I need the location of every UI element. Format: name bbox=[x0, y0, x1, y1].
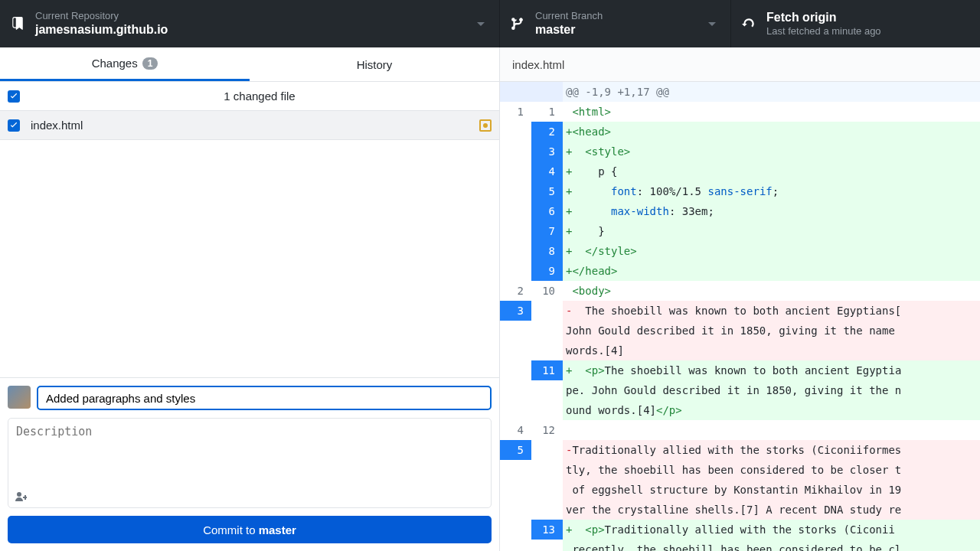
diff-line[interactable]: 5+ font: 100%/1.5 sans-serif; bbox=[500, 181, 980, 201]
diff-line-content: pe. John Gould described it in 1850, giv… bbox=[563, 380, 980, 400]
select-all-checkbox[interactable] bbox=[8, 90, 20, 103]
new-line-number bbox=[531, 400, 563, 420]
old-line-number bbox=[500, 241, 531, 261]
diff-line[interactable]: 13+ <p>Traditionally allied with the sto… bbox=[500, 520, 980, 540]
diff-line-content: +</head> bbox=[563, 261, 980, 281]
old-line-number bbox=[500, 181, 531, 201]
new-line-number: 13 bbox=[531, 520, 563, 540]
diff-line-content: +<head> bbox=[563, 122, 980, 142]
old-line-number: 2 bbox=[500, 281, 531, 301]
file-checkbox[interactable] bbox=[8, 119, 20, 132]
diff-line-content bbox=[563, 420, 980, 440]
description-input[interactable] bbox=[8, 419, 491, 489]
add-coauthor-icon[interactable] bbox=[15, 491, 27, 503]
tab-changes[interactable]: Changes 1 bbox=[0, 47, 250, 81]
new-line-number bbox=[531, 460, 563, 480]
commit-button[interactable]: Commit to master bbox=[8, 516, 492, 543]
diff-line[interactable]: 5-Traditionally allied with the storks (… bbox=[500, 440, 980, 460]
diff-line[interactable]: 11 <html> bbox=[500, 102, 980, 122]
changes-count-badge: 1 bbox=[142, 57, 158, 70]
sync-icon bbox=[742, 17, 756, 31]
fetch-sub: Last fetched a minute ago bbox=[766, 25, 881, 37]
diff-line-content: recently, the shoebill has been consider… bbox=[563, 540, 980, 551]
diff-line-content: - The shoebill was known to both ancient… bbox=[563, 301, 980, 321]
summary-input[interactable] bbox=[37, 386, 492, 410]
diff-line[interactable]: words.[4] bbox=[500, 341, 980, 360]
fetch-button[interactable]: Fetch origin Last fetched a minute ago bbox=[731, 0, 980, 47]
diff-line[interactable]: ver the crystalline shells.[7] A recent … bbox=[500, 500, 980, 520]
file-row[interactable]: index.html bbox=[0, 111, 499, 140]
repo-name: jamesnasium.github.io bbox=[35, 22, 168, 37]
diff-line-content: @@ -1,9 +1,17 @@ bbox=[563, 82, 980, 102]
diff-line[interactable]: of eggshell structure by Konstantin Mikh… bbox=[500, 480, 980, 500]
new-line-number: 9 bbox=[531, 261, 563, 281]
old-line-number: 4 bbox=[500, 420, 531, 440]
diff-line-content: + p { bbox=[563, 161, 980, 181]
diff-line[interactable]: 3+ <style> bbox=[500, 142, 980, 161]
new-line-number: 2 bbox=[531, 122, 563, 142]
old-line-number bbox=[500, 341, 531, 360]
topbar: Current Repository jamesnasium.github.io… bbox=[0, 0, 980, 47]
diff-line-content: + } bbox=[563, 221, 980, 241]
old-line-number bbox=[500, 480, 531, 500]
new-line-number: 10 bbox=[531, 281, 563, 301]
diff-line[interactable]: 6+ max-width: 33em; bbox=[500, 201, 980, 221]
changes-header: 1 changed file bbox=[0, 82, 499, 111]
diff-line[interactable]: @@ -1,9 +1,17 @@ bbox=[500, 82, 980, 102]
left-panel: Changes 1 History 1 changed file index.h… bbox=[0, 47, 500, 551]
tab-history[interactable]: History bbox=[250, 47, 499, 81]
diff-line-content: ver the crystalline shells.[7] A recent … bbox=[563, 500, 980, 520]
old-line-number bbox=[500, 380, 531, 400]
repo-icon bbox=[11, 17, 24, 31]
diff-line-content: + max-width: 33em; bbox=[563, 201, 980, 221]
diff-line[interactable]: pe. John Gould described it in 1850, giv… bbox=[500, 380, 980, 400]
diff-line-content: <html> bbox=[563, 102, 980, 122]
new-line-number bbox=[531, 440, 563, 460]
diff-line[interactable]: ound words.[4]</p> bbox=[500, 400, 980, 420]
new-line-number: 4 bbox=[531, 161, 563, 181]
branch-icon bbox=[511, 17, 524, 31]
diff-view[interactable]: @@ -1,9 +1,17 @@11 <html>2+<head>3+ <sty… bbox=[500, 82, 980, 551]
old-line-number bbox=[500, 82, 531, 102]
branch-selector[interactable]: Current Branch master bbox=[500, 0, 731, 47]
new-line-number: 12 bbox=[531, 420, 563, 440]
diff-line[interactable]: 2+<head> bbox=[500, 122, 980, 142]
branch-label: Current Branch bbox=[535, 10, 603, 22]
diff-line[interactable]: John Gould described it in 1850, giving … bbox=[500, 321, 980, 341]
old-line-number bbox=[500, 261, 531, 281]
commit-form: Commit to master bbox=[0, 377, 499, 551]
diff-line[interactable]: 4+ p { bbox=[500, 161, 980, 181]
diff-file-tab: index.html bbox=[500, 47, 980, 82]
diff-line-content: <body> bbox=[563, 281, 980, 301]
new-line-number bbox=[531, 341, 563, 360]
diff-line[interactable]: 9+</head> bbox=[500, 261, 980, 281]
diff-line[interactable]: 412 bbox=[500, 420, 980, 440]
changed-file-count: 1 changed file bbox=[28, 90, 492, 103]
diff-line-content: + <p>The shoebill was known to both anci… bbox=[563, 360, 980, 380]
new-line-number bbox=[531, 82, 563, 102]
new-line-number bbox=[531, 480, 563, 500]
repo-selector[interactable]: Current Repository jamesnasium.github.io bbox=[0, 0, 500, 47]
old-line-number bbox=[500, 400, 531, 420]
new-line-number: 11 bbox=[531, 360, 563, 380]
old-line-number: 3 bbox=[500, 301, 531, 321]
diff-line[interactable]: tly, the shoebill has been considered to… bbox=[500, 460, 980, 480]
diff-line[interactable]: 7+ } bbox=[500, 221, 980, 241]
diff-line[interactable]: 210 <body> bbox=[500, 281, 980, 301]
old-line-number bbox=[500, 321, 531, 341]
diff-line-content: John Gould described it in 1850, giving … bbox=[563, 321, 980, 341]
diff-line[interactable]: 3- The shoebill was known to both ancien… bbox=[500, 301, 980, 321]
diff-line-content: + <style> bbox=[563, 142, 980, 161]
old-line-number bbox=[500, 500, 531, 520]
new-line-number bbox=[531, 380, 563, 400]
diff-line-content: + font: 100%/1.5 sans-serif; bbox=[563, 181, 980, 201]
diff-line-content: tly, the shoebill has been considered to… bbox=[563, 460, 980, 480]
diff-line[interactable]: 8+ </style> bbox=[500, 241, 980, 261]
new-line-number bbox=[531, 301, 563, 321]
old-line-number bbox=[500, 161, 531, 181]
diff-line[interactable]: 11+ <p>The shoebill was known to both an… bbox=[500, 360, 980, 380]
diff-line-content: -Traditionally allied with the storks (C… bbox=[563, 440, 980, 460]
diff-line[interactable]: recently, the shoebill has been consider… bbox=[500, 540, 980, 551]
new-line-number bbox=[531, 500, 563, 520]
avatar bbox=[8, 386, 31, 409]
